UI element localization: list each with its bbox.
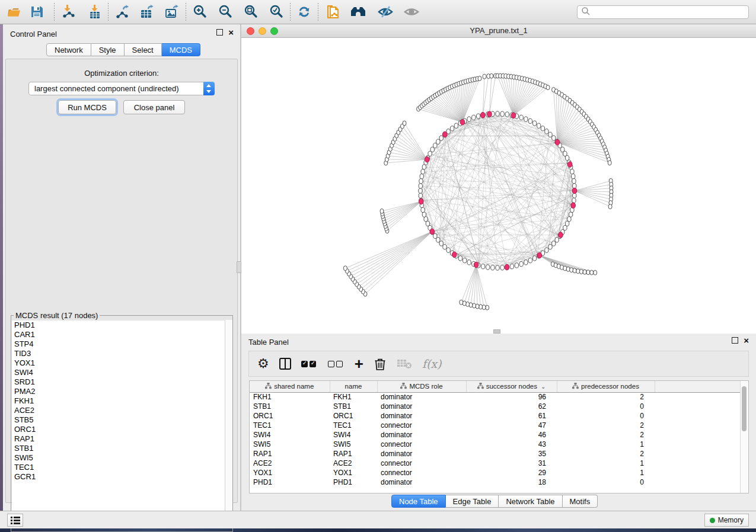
maximize-window-icon[interactable] <box>270 27 278 35</box>
mcds-result-item[interactable]: PHD1 <box>12 321 232 330</box>
mcds-result-item[interactable]: SWI4 <box>12 368 232 377</box>
export-network-icon[interactable] <box>113 3 131 21</box>
close-panel-icon[interactable]: × <box>228 29 234 36</box>
table-row[interactable]: TEC1TEC1connector472 <box>250 421 741 430</box>
save-session-icon[interactable] <box>28 3 46 21</box>
network-canvas[interactable] <box>241 38 756 334</box>
table-row[interactable]: SWI5SWI5connector431 <box>250 440 741 449</box>
mcds-hub-node[interactable] <box>555 139 560 145</box>
binoculars-icon[interactable] <box>349 3 367 21</box>
tab-mcds[interactable]: MCDS <box>162 43 200 56</box>
hide-selected-icon[interactable] <box>377 3 394 21</box>
close-table-panel-icon[interactable]: × <box>744 337 749 344</box>
table-scrollbar[interactable] <box>740 382 748 493</box>
export-table-icon[interactable] <box>138 3 156 21</box>
mcds-hub-node[interactable] <box>567 162 572 168</box>
mcds-hub-node[interactable] <box>505 264 509 270</box>
zoom-selected-icon[interactable] <box>267 3 285 21</box>
column-header-shared-name[interactable]: shared name <box>250 381 330 392</box>
table-row[interactable]: SWI4SWI4dominator462 <box>250 430 741 440</box>
memory-button[interactable]: Memory <box>704 514 749 527</box>
float-table-panel-icon[interactable] <box>732 337 738 344</box>
mcds-hub-node[interactable] <box>559 232 563 238</box>
select-all-icon[interactable] <box>301 355 318 373</box>
new-network-from-selection-icon[interactable] <box>323 3 341 21</box>
float-panel-icon[interactable] <box>216 29 223 36</box>
mcds-result-item[interactable]: GCR1 <box>12 472 232 482</box>
tab-network-table[interactable]: Network Table <box>499 495 562 508</box>
mcds-result-item[interactable]: YOX1 <box>12 358 232 368</box>
table-panel-divider-handle[interactable] <box>493 329 500 334</box>
show-columns-icon[interactable] <box>279 355 291 373</box>
export-image-icon[interactable] <box>163 3 181 21</box>
mcds-hub-node[interactable] <box>425 156 429 162</box>
minimize-window-icon[interactable] <box>259 27 266 35</box>
column-settings-gear-icon[interactable]: ⚙ <box>257 355 269 373</box>
mcds-hub-node[interactable] <box>571 203 576 209</box>
mcds-result-item[interactable]: RAP1 <box>12 434 232 444</box>
mcds-result-item[interactable]: STB1 <box>12 444 232 453</box>
import-network-icon[interactable] <box>59 3 77 21</box>
mcds-result-item[interactable]: ACE2 <box>12 406 232 415</box>
task-history-button[interactable] <box>7 514 23 527</box>
tab-style[interactable]: Style <box>91 43 125 56</box>
close-window-icon[interactable] <box>247 27 254 35</box>
tab-edge-table[interactable]: Edge Table <box>446 495 499 508</box>
mcds-hub-node[interactable] <box>480 113 485 118</box>
apply-layout-icon[interactable] <box>295 3 313 21</box>
search-box[interactable] <box>577 5 749 19</box>
column-header-predecessor-nodes[interactable]: predecessor nodes <box>557 381 655 392</box>
column-header-successor-nodes[interactable]: successor nodes⌄ <box>466 381 557 392</box>
run-mcds-button[interactable]: Run MCDS <box>58 100 116 114</box>
import-table-icon[interactable] <box>85 3 103 21</box>
open-file-icon[interactable] <box>5 3 23 21</box>
network-window-titlebar[interactable]: YPA_prune.txt_1 <box>241 24 756 38</box>
table-row[interactable]: STB1STB1dominator620 <box>250 402 741 411</box>
zoom-fit-icon[interactable] <box>242 3 260 21</box>
mcds-hub-node[interactable] <box>487 111 492 117</box>
panel-divider-handle[interactable] <box>237 261 241 273</box>
tab-node-table[interactable]: Node Table <box>391 495 446 508</box>
deselect-all-icon[interactable] <box>328 355 344 373</box>
mcds-result-item[interactable]: SRD1 <box>12 377 232 387</box>
delete-column-icon[interactable] <box>374 355 387 373</box>
optimization-criterion-select[interactable]: largest connected component (undirected) <box>28 82 215 95</box>
mcds-hub-node[interactable] <box>511 113 516 118</box>
mcds-hub-node[interactable] <box>443 132 448 137</box>
mcds-hub-node[interactable] <box>452 252 457 258</box>
mcds-hub-node[interactable] <box>572 188 577 194</box>
table-row[interactable]: FKH1FKH1dominator962 <box>250 392 741 402</box>
zoom-in-icon[interactable] <box>191 3 209 21</box>
show-all-icon[interactable] <box>403 3 420 21</box>
mcds-result-item[interactable]: TID3 <box>12 349 232 358</box>
table-row[interactable]: RAP1RAP1dominator352 <box>250 449 741 459</box>
table-row[interactable]: PHD1PHD1dominator180 <box>250 477 741 487</box>
zoom-out-icon[interactable] <box>216 3 234 21</box>
mcds-result-item[interactable]: STP4 <box>12 339 232 349</box>
table-scrollbar-thumb[interactable] <box>742 386 747 431</box>
column-header-MCDS-role[interactable]: MCDS role <box>377 381 466 392</box>
tab-motifs[interactable]: Motifs <box>563 495 598 508</box>
mcds-hub-node[interactable] <box>419 198 423 204</box>
mcds-hub-node[interactable] <box>430 229 435 235</box>
mcds-result-item[interactable]: FKH1 <box>12 396 232 406</box>
mcds-hub-node[interactable] <box>537 252 542 258</box>
column-header-name[interactable]: name <box>330 381 377 392</box>
mcds-result-item[interactable]: ORC1 <box>12 425 232 434</box>
search-input[interactable] <box>591 8 745 17</box>
table-row[interactable]: YOX1YOX1connector291 <box>250 468 741 477</box>
table-row[interactable]: ACE2ACE2connector311 <box>250 459 741 468</box>
table-row[interactable]: ORC1ORC1dominator610 <box>250 411 741 421</box>
close-panel-button[interactable]: Close panel <box>123 100 185 114</box>
mcds-result-item[interactable]: TEC1 <box>12 463 232 472</box>
mcds-result-item[interactable]: PMA2 <box>12 387 232 396</box>
add-column-icon[interactable]: + <box>355 355 363 373</box>
tab-network[interactable]: Network <box>46 43 91 56</box>
mcds-result-item[interactable]: CAR1 <box>12 330 232 339</box>
tab-select[interactable]: Select <box>125 43 162 56</box>
mcds-list-scrollbar[interactable] <box>225 320 232 521</box>
mcds-hub-node[interactable] <box>460 119 465 125</box>
mcds-result-item[interactable]: SWI5 <box>12 453 232 463</box>
mcds-result-item[interactable]: STB5 <box>12 415 232 425</box>
mcds-hub-node[interactable] <box>474 262 479 268</box>
